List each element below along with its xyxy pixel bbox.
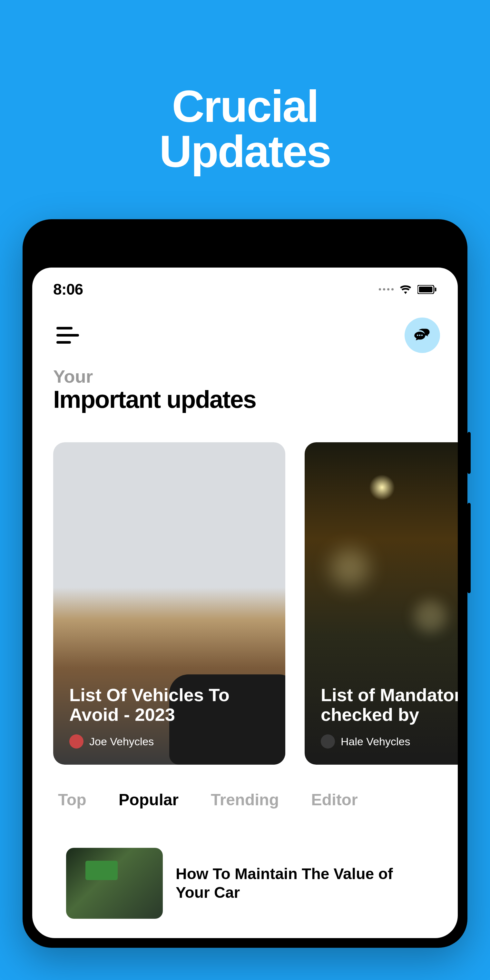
list-thumb — [66, 848, 163, 919]
menu-line-icon — [56, 334, 79, 337]
tab-top[interactable]: Top — [58, 791, 86, 809]
phone-side-button — [468, 503, 471, 593]
hero-title: Crucial Updates — [159, 84, 331, 174]
heading-large: Important updates — [53, 385, 437, 413]
card-author: Hale Vehycles — [321, 734, 458, 749]
page-heading: Your Important updates — [32, 366, 458, 413]
heading-small: Your — [53, 366, 437, 387]
status-time: 8:06 — [53, 280, 83, 298]
menu-line-icon — [56, 327, 73, 329]
list-title: How To Maintain The Value of Your Car — [176, 865, 424, 902]
status-icons — [379, 285, 437, 294]
card-author: Joe Vehycles — [69, 734, 269, 749]
card-title: List of Mandatory It checked by — [321, 685, 458, 725]
svg-rect-2 — [435, 288, 436, 291]
author-name: Hale Vehycles — [341, 735, 410, 748]
battery-icon — [417, 285, 437, 294]
app-header — [32, 305, 458, 366]
chat-icon — [414, 326, 431, 344]
app-screen: 8:06 — [32, 267, 458, 938]
featured-card[interactable]: List Of Vehicles To Avoid - 2023 Joe Veh… — [53, 442, 285, 765]
featured-card[interactable]: List of Mandatory It checked by Hale Veh… — [305, 442, 458, 765]
author-avatar — [69, 734, 83, 749]
tab-editor[interactable]: Editor — [311, 791, 358, 809]
author-avatar — [321, 734, 335, 749]
tab-popular[interactable]: Popular — [119, 791, 178, 809]
svg-rect-1 — [419, 286, 433, 293]
wifi-icon — [399, 285, 412, 294]
phone-side-button — [468, 432, 471, 474]
list-item[interactable]: How To Maintain The Value of Your Car — [53, 835, 437, 932]
status-bar: 8:06 — [32, 267, 458, 305]
chat-button[interactable] — [404, 318, 440, 353]
menu-button[interactable] — [50, 319, 82, 352]
cards-row[interactable]: List Of Vehicles To Avoid - 2023 Joe Veh… — [32, 413, 458, 765]
phone-inner: 8:06 — [32, 229, 458, 938]
cellular-icon — [379, 288, 394, 290]
tab-trending[interactable]: Trending — [211, 791, 279, 809]
menu-line-icon — [56, 341, 71, 344]
phone-frame: 8:06 — [22, 219, 468, 948]
author-name: Joe Vehycles — [89, 735, 154, 748]
tabs-row: Top Popular Trending Editor — [32, 765, 458, 809]
card-title: List Of Vehicles To Avoid - 2023 — [69, 685, 269, 725]
